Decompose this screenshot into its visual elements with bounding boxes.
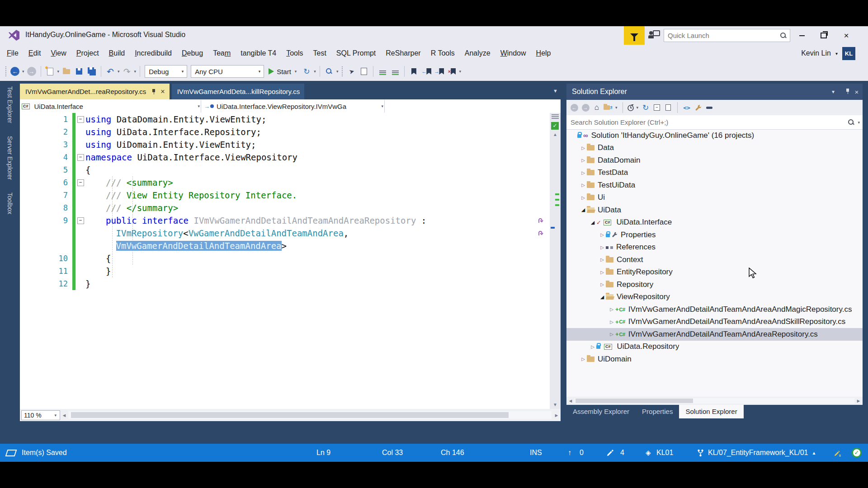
toolbar-grip[interactable]: [5, 66, 7, 76]
user-area[interactable]: Kevin Lin ▾ KL: [801, 45, 855, 62]
tree-item-data[interactable]: ▷Data: [566, 142, 863, 155]
preview-selected-items-button[interactable]: [704, 102, 714, 113]
menu-item-help[interactable]: Help: [531, 49, 556, 57]
side-tab-test-explorer[interactable]: Test Explorer: [6, 84, 14, 125]
chevron-collapsed-icon[interactable]: ▷: [580, 195, 587, 200]
save-button[interactable]: [73, 65, 85, 78]
view-code-button[interactable]: <>: [682, 102, 692, 113]
horizontal-scrollbar-thumb[interactable]: [71, 412, 509, 418]
format-selection-button[interactable]: [389, 65, 401, 78]
code-line[interactable]: 4−namespace UiData.Interface.ViewReposit…: [20, 151, 550, 164]
filter-button[interactable]: [624, 26, 645, 45]
tree-item-repository[interactable]: ▷Repository: [566, 278, 863, 291]
chevron-down-icon[interactable]: ▾: [314, 69, 316, 74]
tree-scrollbar-thumb[interactable]: [576, 399, 693, 403]
previous-bookmark-button[interactable]: ←: [420, 65, 432, 78]
restore-button[interactable]: [814, 26, 834, 45]
chevron-collapsed-icon[interactable]: ▷: [599, 245, 606, 250]
navigate-forward-button[interactable]: →: [26, 65, 38, 78]
collapse-region-icon[interactable]: −: [77, 217, 84, 224]
collapse-region-icon[interactable]: −: [77, 179, 84, 186]
chevron-collapsed-icon[interactable]: ▷: [608, 307, 615, 312]
code-line[interactable]: VmVwGamerAndDetailAndTeamAndArea>: [20, 239, 550, 252]
save-all-button[interactable]: [86, 65, 98, 78]
menu-item-incredibuild[interactable]: Incredibuild: [130, 49, 177, 57]
next-bookmark-button[interactable]: →: [433, 65, 445, 78]
resharper-marker-icon[interactable]: [538, 217, 543, 225]
chevron-down-icon[interactable]: ▾: [336, 69, 339, 74]
home-button[interactable]: ⌂: [592, 102, 602, 113]
menu-item-window[interactable]: Window: [495, 49, 531, 57]
chevron-collapsed-icon[interactable]: ▷: [580, 183, 587, 188]
tree-item-ivmvwgameranddetailandteamandareaandskil[interactable]: ▷+C#IVmVwGamerAndDetailAndTeamAndAreaAnd…: [566, 316, 863, 328]
find-in-files-button[interactable]: [323, 65, 335, 78]
tree-item-ui[interactable]: ▷Ui: [566, 192, 863, 204]
chevron-expanded-icon[interactable]: ◢: [599, 294, 606, 300]
tree-item-datadomain[interactable]: ▷DataDomain: [566, 154, 863, 167]
code-line[interactable]: 9−public interface IVmVwGamerAndDetailAn…: [20, 214, 550, 227]
code-line[interactable]: 5{: [20, 164, 550, 176]
code-line[interactable]: IVmRepository<VwGamerAndDetailAndTeamAnd…: [20, 227, 550, 239]
clear-bookmarks-button[interactable]: ×: [446, 65, 458, 78]
quick-launch-box[interactable]: [664, 29, 790, 42]
tree-item-entityrepository[interactable]: ▷EntityRepository: [566, 266, 863, 279]
refresh-button[interactable]: ↻: [301, 65, 312, 78]
solution-platform-dropdown[interactable]: Any CPU▾: [191, 65, 264, 78]
branch-name[interactable]: KL/07_EntityFramework_KL/01▲: [708, 444, 816, 462]
code-line[interactable]: 1−using DataDomain.Entity.ViewEntity;: [20, 113, 550, 126]
solution-search-input[interactable]: [566, 118, 848, 126]
chevron-down-icon[interactable]: ▾: [637, 105, 639, 110]
code-line[interactable]: 10{: [20, 252, 550, 265]
menu-item-build[interactable]: Build: [104, 49, 130, 57]
branch-icon[interactable]: [697, 444, 704, 462]
menu-item-team[interactable]: Team: [208, 49, 236, 57]
chevron-down-icon[interactable]: ▾: [858, 120, 860, 125]
tree-item-ivmvwgameranddetailandteamandareareposit[interactable]: ▷+C#IVmVwGamerAndDetailAndTeamAndAreaRep…: [566, 328, 863, 341]
redo-button[interactable]: ↷: [121, 65, 133, 78]
close-button[interactable]: ×: [836, 26, 856, 45]
zoom-dropdown[interactable]: 110 %▾: [21, 410, 60, 420]
resharper-marker-icon[interactable]: [538, 230, 543, 238]
chevron-down-icon[interactable]: ▾: [22, 69, 24, 74]
quick-launch-input[interactable]: [664, 32, 780, 39]
undo-button[interactable]: ↶: [104, 65, 116, 78]
scroll-left-icon[interactable]: ◄: [60, 413, 68, 418]
tree-item-references[interactable]: ▷References: [566, 241, 863, 254]
menu-item-sql-prompt[interactable]: SQL Prompt: [331, 49, 381, 57]
user-name[interactable]: Kevin Lin: [801, 49, 831, 57]
code-line[interactable]: 2using UiData.Interface.Repository;: [20, 126, 550, 138]
toggle-bookmark-button[interactable]: [408, 65, 420, 78]
chevron-collapsed-icon[interactable]: ▷: [589, 344, 596, 349]
tree-item-uidata-repository[interactable]: ▷C#UiData.Repository: [566, 341, 863, 353]
pin-button[interactable]: [839, 88, 851, 95]
solution-configuration-dropdown[interactable]: Debug▾: [145, 65, 187, 78]
format-document-button[interactable]: [377, 65, 388, 78]
collapse-region-icon[interactable]: −: [77, 116, 84, 123]
panel-close-button[interactable]: ×: [851, 88, 863, 96]
chevron-down-icon[interactable]: ▾: [57, 69, 60, 74]
tree-item-uidata[interactable]: ◢UiData: [566, 204, 863, 216]
minimize-button[interactable]: [792, 26, 812, 45]
chevron-collapsed-icon[interactable]: ▷: [580, 145, 587, 150]
menu-item-r-tools[interactable]: R Tools: [426, 49, 460, 57]
repository-name[interactable]: KL01: [656, 444, 673, 462]
scroll-right-icon[interactable]: ►: [552, 413, 561, 418]
code-editor[interactable]: 1−using DataDomain.Entity.ViewEntity;2us…: [20, 113, 561, 409]
code-line[interactable]: 3using UiDomain.Entity.ViewEntity;: [20, 138, 550, 151]
window-position-dropdown[interactable]: ▾: [827, 89, 839, 95]
solution-explorer-header[interactable]: Solution Explorer ▾ ×: [566, 84, 863, 100]
scroll-up-icon[interactable]: ▲: [550, 132, 561, 137]
menu-item-view[interactable]: View: [46, 49, 71, 57]
scroll-left-icon[interactable]: ◄: [566, 398, 575, 404]
member-dropdown[interactable]: → UiData.Interface.ViewRepository.IVmVwG…: [201, 100, 385, 113]
tree-item-ivmvwgameranddetailandteamandareaandmagi[interactable]: ▷+C#IVmVwGamerAndDetailAndTeamAndAreaAnd…: [566, 303, 863, 316]
new-file-button[interactable]: [44, 65, 56, 78]
select-tool-button[interactable]: ➤: [345, 65, 357, 78]
menu-item-test[interactable]: Test: [308, 49, 331, 57]
chevron-down-icon[interactable]: ▾: [459, 69, 461, 74]
repository-icon[interactable]: ◈: [646, 444, 651, 462]
properties-button[interactable]: [693, 102, 703, 113]
splitter-grip-icon[interactable]: [552, 114, 559, 119]
navigate-back-button[interactable]: ←: [9, 65, 21, 78]
chevron-down-icon[interactable]: ▾: [134, 69, 137, 74]
